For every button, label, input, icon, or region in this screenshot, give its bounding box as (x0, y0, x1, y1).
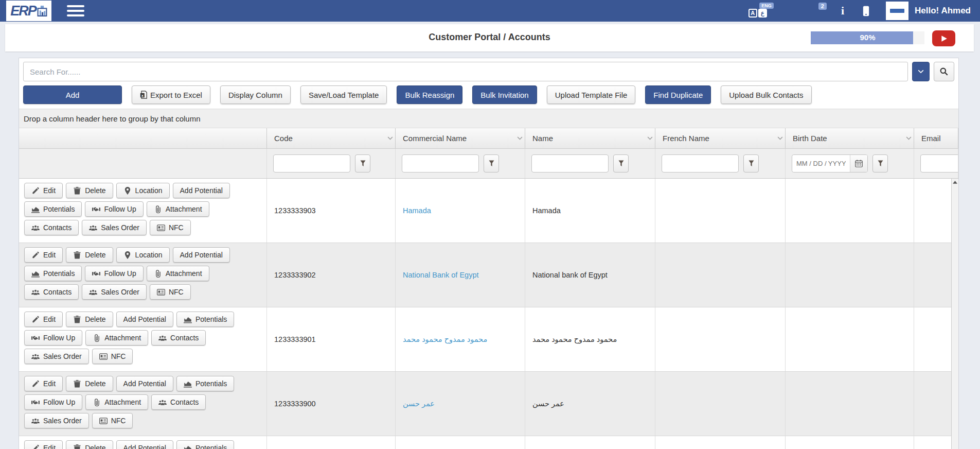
delete-button[interactable]: Delete (66, 247, 113, 263)
find-duplicate-button[interactable]: Find Duplicate (645, 85, 711, 104)
add-button[interactable]: Add (23, 85, 122, 104)
video-tutorial-button[interactable] (932, 30, 955, 46)
calendar-button[interactable] (850, 155, 867, 172)
filter-input-email[interactable] (920, 154, 958, 172)
potentials-button[interactable]: Potentials (176, 312, 234, 327)
bulk-reassign-button[interactable]: Bulk Reassign (397, 85, 462, 104)
filter-input-name[interactable] (531, 154, 609, 172)
add-potential-button[interactable]: Add Potential (116, 312, 173, 327)
filter-input-commercial-name[interactable] (402, 154, 479, 172)
potentials-button[interactable]: Potentials (176, 440, 234, 449)
filter-input-birth-date[interactable] (792, 155, 850, 172)
filter-input-code[interactable] (273, 154, 350, 172)
phone-icon[interactable] (863, 6, 869, 16)
display-column-button[interactable]: Display Column (220, 85, 291, 104)
commercial-name-link[interactable]: عمر حسن (396, 372, 525, 436)
scroll-up-icon[interactable] (952, 179, 958, 184)
follow-up-button[interactable]: Follow Up (24, 394, 82, 410)
edit-button[interactable]: Edit (24, 312, 63, 327)
filter-funnel-button[interactable] (484, 154, 499, 172)
add-potential-button[interactable]: Add Potential (116, 376, 173, 391)
chevron-down-icon[interactable] (906, 136, 912, 140)
sales-order-button[interactable]: Sales Order (24, 349, 89, 364)
sales-order-button[interactable]: Sales Order (82, 284, 147, 300)
menu-icon[interactable] (67, 3, 84, 19)
search-options-button[interactable] (912, 62, 930, 81)
attachment-button[interactable]: Attachment (85, 394, 148, 410)
contacts-button[interactable]: Contacts (151, 394, 206, 410)
filter-funnel-button[interactable] (872, 154, 888, 172)
language-switcher[interactable]: A ع ENG (749, 9, 767, 18)
add-potential-button[interactable]: Add Potential (116, 440, 173, 449)
sales-order-button[interactable]: Sales Order (24, 413, 89, 428)
attachment-button[interactable]: Attachment (147, 201, 209, 217)
chevron-down-icon[interactable] (387, 136, 393, 140)
app-logo[interactable]: ERP (6, 1, 51, 21)
chevron-down-icon[interactable] (777, 136, 783, 140)
column-header-french-name[interactable]: French Name (655, 128, 786, 148)
filter-row (19, 149, 958, 179)
column-header-name[interactable]: Name (525, 128, 655, 148)
filter-funnel-button[interactable] (743, 154, 759, 172)
topbar: ERP A ع ENG 2 i Hello! Ahmed (0, 0, 980, 22)
edit-button[interactable]: Edit (24, 440, 63, 449)
info-icon[interactable]: i (841, 5, 844, 16)
export-to-excel-button[interactable]: xExport to Excel (132, 85, 210, 104)
location-button[interactable]: Location (116, 183, 170, 198)
potentials-button[interactable]: Potentials (176, 376, 234, 391)
filter-input-french-name[interactable] (662, 154, 739, 172)
nfc-button[interactable]: NFC (150, 220, 191, 235)
commercial-name-link[interactable]: National Bank of Egypt (396, 243, 525, 307)
follow-up-button[interactable]: Follow Up (24, 330, 82, 346)
avatar[interactable] (886, 2, 908, 20)
delete-button[interactable]: Delete (66, 183, 113, 198)
trash-icon (73, 187, 81, 195)
upload-template-file-button[interactable]: Upload Template File (547, 85, 636, 104)
add-potential-button[interactable]: Add Potential (173, 247, 230, 263)
potentials-button[interactable]: Potentials (24, 201, 82, 217)
nfc-button[interactable]: NFC (92, 413, 133, 428)
cell-birth-date (786, 243, 914, 307)
column-header-code[interactable]: Code (267, 128, 396, 148)
column-header-commercial-name[interactable]: Commercial Name (396, 128, 525, 148)
potentials-button[interactable]: Potentials (24, 266, 82, 281)
commercial-name-link[interactable]: محمود ممدوح محمود محمد (396, 307, 525, 371)
pencil-icon (31, 187, 40, 195)
chevron-down-icon[interactable] (517, 136, 523, 140)
edit-button[interactable]: Edit (24, 247, 63, 263)
delete-button[interactable]: Delete (66, 312, 113, 327)
attachment-button[interactable]: Attachment (85, 330, 148, 346)
add-potential-button[interactable]: Add Potential (173, 183, 230, 198)
delete-button[interactable]: Delete (66, 440, 113, 449)
cell-code: 1233333901 (267, 307, 396, 371)
notification-badge[interactable]: 2 (818, 3, 827, 10)
vertical-scrollbar[interactable] (951, 179, 958, 449)
column-header-email[interactable]: Email (914, 128, 958, 148)
filter-funnel-button[interactable] (613, 154, 629, 172)
delete-button[interactable]: Delete (66, 376, 113, 391)
attachment-button[interactable]: Attachment (147, 266, 209, 281)
nfc-button[interactable]: NFC (92, 349, 133, 364)
follow-up-button[interactable]: Follow Up (85, 266, 143, 281)
follow-up-button[interactable]: Follow Up (85, 201, 143, 217)
filter-funnel-button[interactable] (355, 154, 370, 172)
upload-bulk-contacts-button[interactable]: Upload Bulk Contacts (721, 85, 811, 104)
chevron-down-icon[interactable] (647, 136, 653, 140)
column-header-birth-date[interactable]: Birth Date (786, 128, 914, 148)
location-button[interactable]: Location (116, 247, 170, 263)
contacts-button[interactable]: Contacts (24, 220, 79, 235)
button-label: NFC (111, 352, 126, 360)
bulk-invitation-button[interactable]: Bulk Invitation (472, 85, 537, 104)
search-input[interactable] (23, 62, 908, 81)
nfc-button[interactable]: NFC (150, 284, 191, 300)
save-load-template-button[interactable]: Save/Load Template (300, 85, 387, 104)
button-label: Contacts (170, 334, 199, 342)
edit-button[interactable]: Edit (24, 183, 63, 198)
contacts-button[interactable]: Contacts (24, 284, 79, 300)
commercial-name-link[interactable]: Hamada (396, 179, 525, 243)
sales-order-button[interactable]: Sales Order (82, 220, 147, 235)
button-label: Delete (85, 379, 105, 388)
search-button[interactable] (934, 62, 954, 81)
contacts-button[interactable]: Contacts (151, 330, 206, 346)
edit-button[interactable]: Edit (24, 376, 63, 391)
